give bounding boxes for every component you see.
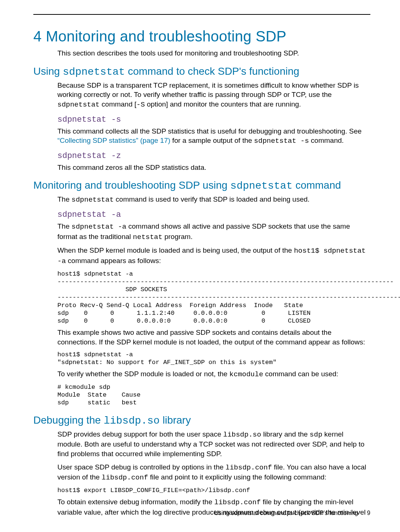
- text: command [: [100, 100, 136, 108]
- heading-text: command to check SDP's functioning: [125, 65, 299, 77]
- section-monitor-body: The sdpnetstat command is used to verify…: [57, 195, 370, 205]
- subsection-z-heading: sdpnetstat -z: [57, 151, 370, 161]
- inline-code: -S: [136, 101, 145, 109]
- page-number: 9: [367, 510, 370, 516]
- inline-code: libsdp.conf: [101, 474, 148, 482]
- inline-code: netstat: [133, 233, 163, 241]
- text: To obtain extensive debug information, m…: [57, 498, 214, 506]
- heading-text: Debugging the: [33, 414, 104, 426]
- text: To verify whether the SDP module is load…: [57, 370, 229, 378]
- paragraph: When the SDP kernel module is loaded and…: [57, 246, 370, 266]
- heading-cmd: sdpnetstat: [230, 180, 293, 192]
- inline-code: libsdp.conf: [226, 464, 272, 472]
- heading-cmd: sdpnetstat: [63, 66, 125, 78]
- inline-code: sdpnetstat: [57, 101, 100, 109]
- section-using-body: Because SDP is a transparent TCP replace…: [57, 81, 370, 110]
- heading-cmd: libsdp.so: [104, 415, 160, 427]
- paragraph: This command collects all the SDP statis…: [57, 127, 370, 146]
- subsection-a-heading: sdpnetstat -a: [57, 210, 370, 219]
- intro-text: This section describes the tools used fo…: [57, 48, 370, 58]
- page-footer: Using sdpnetstat command to check SDP's …: [214, 510, 371, 516]
- section-using-heading: Using sdpnetstat command to check SDP's …: [33, 65, 370, 78]
- heading-text: command: [293, 179, 341, 191]
- intro-block: This section describes the tools used fo…: [57, 48, 370, 58]
- chapter-title: 4 Monitoring and troubleshooting SDP: [33, 28, 370, 45]
- footer-text: Using sdpnetstat command to check SDP's …: [214, 510, 358, 516]
- text: file and point to it explicitly using th…: [148, 473, 327, 481]
- text: for a sample output of the: [170, 137, 254, 144]
- subsection-z-body: This command zeros all the SDP statistic…: [57, 163, 370, 172]
- subsection-a-body: The sdpnetstat -a command shows all acti…: [57, 222, 370, 407]
- inline-code: sdpnetstat: [71, 196, 114, 204]
- inline-code: sdpnetstat -s: [254, 137, 309, 145]
- subsection-s-heading: sdpnetstat -s: [57, 115, 370, 124]
- text: option] and monitor the counters that ar…: [145, 100, 301, 108]
- text: SDP provides debug support for both the …: [57, 430, 223, 438]
- inline-code: libsdp.so: [223, 431, 261, 439]
- section-debug-body: SDP provides debug support for both the …: [57, 430, 370, 517]
- heading-text: Using: [33, 65, 63, 77]
- text: The: [57, 222, 71, 230]
- text: library and the: [261, 430, 310, 438]
- text: User space SDP debug is controlled by op…: [57, 463, 226, 471]
- paragraph: To verify whether the SDP module is load…: [57, 369, 370, 380]
- top-rule: [33, 14, 370, 15]
- code-block: host1$ export LIBSDP_CONFIG_FILE=<path>/…: [57, 486, 370, 494]
- text: command can be used:: [263, 370, 339, 378]
- inline-code: kcmodule: [229, 370, 263, 378]
- page: 4 Monitoring and troubleshooting SDP Thi…: [0, 0, 400, 532]
- text: command is used to verify that SDP is lo…: [114, 195, 310, 203]
- paragraph: This example shows two active and passiv…: [57, 328, 370, 347]
- subsection-s-body: This command collects all the SDP statis…: [57, 127, 370, 146]
- cross-reference-link[interactable]: “Collecting SDP statistics” (page 17): [57, 137, 170, 144]
- code-block: # kcmodule sdp Module State Cause sdp st…: [57, 383, 370, 407]
- text: command appears as follows:: [66, 257, 161, 265]
- section-monitor-heading: Monitoring and troubleshooting SDP using…: [33, 179, 370, 192]
- text: When the SDP kernel module is loaded and…: [57, 246, 294, 254]
- paragraph: User space SDP debug is controlled by op…: [57, 462, 370, 483]
- text: This command collects all the SDP statis…: [57, 127, 361, 135]
- paragraph: SDP provides debug support for both the …: [57, 430, 370, 459]
- text: program.: [163, 233, 193, 240]
- text: The: [57, 195, 71, 203]
- paragraph: This command zeros all the SDP statistic…: [57, 163, 370, 172]
- heading-text: library: [160, 414, 191, 426]
- heading-text: Monitoring and troubleshooting SDP using: [33, 179, 230, 191]
- code-block: host1$ sdpnetstat -a -------------------…: [57, 270, 370, 325]
- paragraph: The sdpnetstat command is used to verify…: [57, 195, 370, 205]
- inline-code: libsdp.conf: [214, 498, 261, 506]
- inline-code: sdp: [310, 431, 322, 439]
- text: command.: [309, 137, 344, 144]
- paragraph: Because SDP is a transparent TCP replace…: [57, 81, 370, 110]
- section-debug-heading: Debugging the libsdp.so library: [33, 414, 370, 427]
- inline-code: sdpnetstat -a: [71, 223, 126, 231]
- paragraph: The sdpnetstat -a command shows all acti…: [57, 222, 370, 242]
- text: Because SDP is a transparent TCP replace…: [57, 81, 359, 99]
- code-block: host1$ sdpnetstat -a "sdpnetstat: No sup…: [57, 351, 370, 367]
